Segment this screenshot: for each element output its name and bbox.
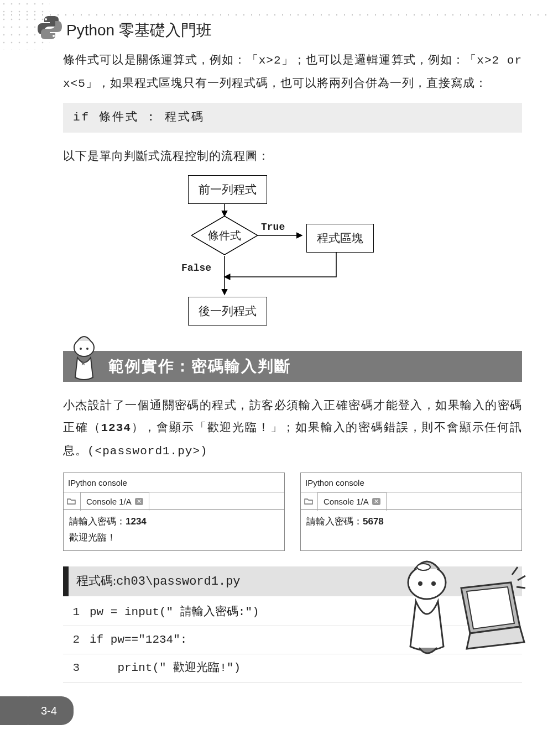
cartoon-laptop-icon: [384, 544, 528, 660]
console-body: 請輸入密碼：5678: [301, 510, 521, 542]
example-pw: 1234: [101, 422, 131, 434]
flow-false-label: False: [181, 259, 211, 277]
flow-true-label: True: [261, 218, 285, 236]
svg-point-10: [408, 566, 446, 599]
console-left: IPython console Console 1/A ✕ 請輸入密碼：1234…: [63, 473, 285, 551]
flowchart: 前一列程式 條件式 True False 程式區塊 後一列程式: [63, 172, 522, 332]
cartoon-character-icon: ★: [61, 334, 105, 382]
line-code: pw = input(" 請輸入密碼:"): [90, 602, 259, 623]
svg-text:★: ★: [80, 359, 86, 367]
console-body: 請輸入密碼：1234 歡迎光臨！: [64, 510, 284, 550]
code-snippet-box: if 條件式 : 程式碼: [63, 103, 522, 133]
svg-point-13: [431, 581, 436, 586]
console-output-pw: 1234: [126, 516, 147, 527]
svg-point-1: [53, 35, 55, 37]
console-output-prefix: 請輸入密碼：: [306, 516, 363, 527]
flow-condition-label: 條件式: [191, 216, 258, 255]
console-right: IPython console Console 1/A ✕ 請輸入密碼：5678: [300, 473, 522, 551]
example-filename: (<password1.py>): [87, 445, 208, 458]
intro-paragraph-1: 條件式可以是關係運算式，例如：「x>2」；也可以是邏輯運算式，例如：「x>2 o…: [63, 49, 522, 95]
example-paragraph: 小杰設計了一個通關密碼的程式，訪客必須輸入正確密碼才能登入，如果輸入的密碼正確（…: [63, 394, 522, 463]
intro-text: 」，如果程式區塊只有一列程式碼，也可以將兩列合併為一列，直接寫成：: [86, 76, 487, 89]
close-icon[interactable]: ✕: [372, 498, 380, 505]
svg-point-8: [86, 348, 88, 350]
svg-point-6: [74, 339, 94, 356]
flow-condition-diamond: 條件式: [191, 216, 258, 255]
code-header-label: 程式碼:: [76, 574, 116, 587]
console-output-line2: 歡迎光臨！: [69, 532, 116, 543]
svg-point-0: [45, 18, 47, 20]
console-tab-label: Console 1/A: [86, 494, 132, 509]
console-tab[interactable]: Console 1/A ✕: [80, 492, 149, 511]
console-tab[interactable]: Console 1/A ✕: [317, 492, 387, 511]
svg-point-11: [417, 564, 430, 570]
intro-text: 條件式可以是關係運算式，例如：「: [63, 53, 259, 66]
intro-text: 」；也可以是邏輯運算式，例如：「: [281, 53, 477, 66]
console-tab-label: Console 1/A: [324, 494, 369, 509]
line-code: if pw=="1234":: [90, 629, 187, 650]
expr1: x>2: [259, 54, 281, 67]
page-title: Python 零基礎入門班: [66, 17, 212, 44]
flow-block-box: 程式區塊: [306, 224, 374, 253]
close-icon[interactable]: ✕: [135, 498, 143, 505]
svg-point-7: [80, 348, 82, 350]
flow-bottom-box: 後一列程式: [188, 297, 267, 326]
svg-point-12: [418, 581, 422, 586]
intro-paragraph-2: 以下是單向判斷式流程控制的流程圖：: [63, 145, 522, 167]
console-output-pw: 5678: [363, 516, 384, 527]
section-header: ★ 範例實作：密碼輸入判斷: [63, 351, 522, 382]
python-logo-icon: [36, 14, 63, 41]
line-number: 1: [63, 602, 90, 623]
line-number: 2: [63, 629, 90, 650]
console-output-prefix: 請輸入密碼：: [69, 516, 126, 527]
console-header: IPython console: [64, 473, 284, 493]
code-header-path: ch03\password1.py: [116, 575, 240, 589]
line-number: 3: [63, 658, 90, 679]
folder-icon: [304, 497, 313, 506]
line-code: print(" 歡迎光臨!"): [90, 658, 241, 679]
section-title: 範例實作：密碼輸入判斷: [108, 353, 291, 380]
console-header: IPython console: [301, 473, 521, 493]
flow-top-box: 前一列程式: [188, 175, 267, 204]
page-number: 3-4: [17, 696, 74, 725]
folder-icon: [67, 497, 76, 506]
